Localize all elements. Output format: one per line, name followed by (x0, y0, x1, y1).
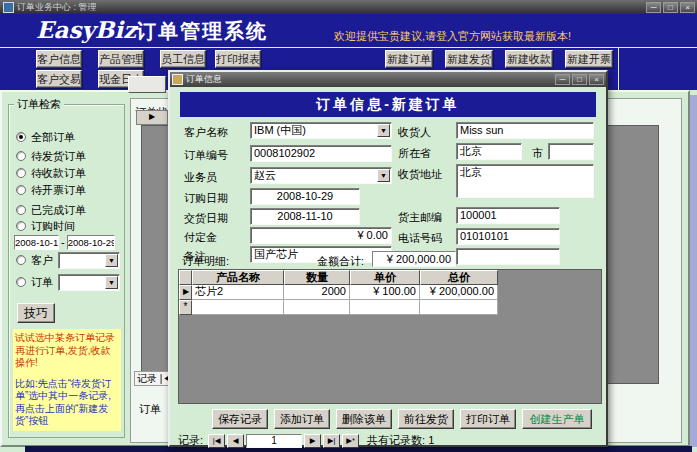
fax-input[interactable] (456, 248, 560, 265)
address-input[interactable]: 北京 (456, 164, 594, 198)
tip-text-red-line2: 再进行订单,发货,收款操作! (15, 345, 119, 370)
add-order-button[interactable]: 添加订单 (274, 409, 330, 429)
order-date-label: 订购日期 (184, 191, 228, 206)
radio-icon[interactable] (16, 221, 26, 231)
new-ship-button[interactable]: 新建发货 (445, 50, 493, 68)
header-divider (0, 47, 697, 48)
deposit-label: 付定金 (184, 230, 217, 245)
chevron-down-icon[interactable]: ▼ (377, 124, 390, 137)
cell-price[interactable]: ¥ 100.00 (350, 285, 420, 300)
cell-product[interactable]: 芯片2 (192, 285, 284, 300)
logo-text-cn: 订单管理系统 (136, 20, 268, 42)
phone-input[interactable]: 01010101 (456, 228, 560, 245)
cell-qty[interactable]: 2000 (284, 285, 350, 300)
new-row-icon[interactable]: * (179, 300, 192, 315)
salesman-combo[interactable]: 赵云 ▼ (250, 167, 392, 184)
radio-label: 订购时间 (31, 219, 75, 234)
prev-record-button[interactable]: ◀ (227, 434, 244, 448)
total-amount-value: ¥ 200,000.00 (372, 251, 456, 267)
customer-trade-button[interactable]: 客户交易 (36, 70, 82, 88)
address-label: 收货地址 (398, 167, 442, 182)
delete-order-button[interactable]: 删除该单 (336, 409, 392, 429)
cell-empty[interactable] (350, 300, 420, 315)
date-to-input[interactable]: 2008-10-29 (67, 235, 115, 250)
cell-empty[interactable] (192, 300, 284, 315)
grid-corner (179, 270, 192, 285)
radio-order[interactable]: 订单 ▼ (16, 275, 120, 289)
chevron-down-icon[interactable]: ▼ (377, 169, 390, 182)
logo-text-en: EasyBiz (36, 16, 136, 43)
go-ship-button[interactable]: 前往发货 (398, 409, 454, 429)
customer-name-combo[interactable]: IBM (中国) ▼ (250, 122, 392, 139)
radio-icon[interactable] (16, 277, 26, 287)
radio-label: 待发货订单 (31, 149, 86, 164)
radio-finished-orders[interactable]: 已完成订单 (16, 203, 86, 217)
col-quantity[interactable]: 数量 (284, 270, 350, 285)
first-record-button[interactable]: |◀ (208, 434, 225, 448)
dialog-maximize-button[interactable]: □ (572, 74, 587, 85)
chevron-down-icon[interactable]: ▼ (105, 276, 118, 289)
minimize-button[interactable]: ─ (646, 2, 661, 13)
consignee-input[interactable]: Miss sun (456, 122, 594, 139)
radio-to-ship-orders[interactable]: 待发货订单 (16, 149, 86, 163)
new-invoice-button[interactable]: 新建开票 (565, 50, 613, 68)
dialog-minimize-button[interactable]: ─ (555, 74, 570, 85)
radio-icon[interactable] (16, 151, 26, 161)
radio-label: 已完成订单 (31, 203, 86, 218)
radio-icon[interactable] (16, 185, 26, 195)
customer-combo[interactable]: ▼ (58, 252, 120, 269)
radio-order-time[interactable]: 订购时间 (16, 219, 75, 233)
province-input[interactable]: 北京 (456, 143, 522, 160)
customer-name-label: 客户名称 (184, 125, 228, 140)
product-manage-button[interactable]: 产品管理 (98, 50, 144, 68)
radio-icon[interactable] (16, 255, 26, 265)
grid-new-row[interactable]: * (179, 300, 601, 315)
col-total-price[interactable]: 总价 (420, 270, 498, 285)
col-product-name[interactable]: 产品名称 (192, 270, 284, 285)
order-combo[interactable]: ▼ (58, 274, 120, 291)
radio-to-invoice-orders[interactable]: 待开票订单 (16, 183, 86, 197)
print-order-button[interactable]: 打印订单 (460, 409, 516, 429)
new-record-button[interactable]: ▶* (342, 434, 359, 448)
radio-icon[interactable] (16, 132, 26, 142)
cell-empty[interactable] (420, 300, 498, 315)
zipcode-input[interactable]: 100001 (456, 207, 560, 224)
background-button[interactable] (128, 76, 166, 93)
maximize-button[interactable]: □ (663, 2, 678, 13)
last-record-button[interactable]: ▶| (323, 434, 340, 448)
dialog-actions: 保存记录 添加订单 删除该单 前往发货 打印订单 创建生产单 (212, 409, 592, 429)
close-button[interactable]: × (680, 2, 695, 13)
order-no-input[interactable]: 0008102902 (250, 145, 392, 162)
order-detail-grid[interactable]: 产品名称 数量 单价 总价 ▶ 芯片2 2000 ¥ 100.00 ¥ 200,… (178, 269, 602, 404)
order-date-input[interactable]: 2008-10-29 (250, 188, 360, 205)
deposit-input[interactable]: ¥ 0.00 (250, 227, 392, 244)
create-production-button[interactable]: 创建生产单 (522, 409, 592, 429)
chevron-down-icon[interactable]: ▼ (105, 254, 118, 267)
tip-text-red-line1: 试试选中某条订单记录 (15, 332, 119, 345)
print-report-button[interactable]: 打印报表 (215, 50, 261, 68)
next-record-button[interactable]: ▶ (304, 434, 321, 448)
radio-all-orders[interactable]: 全部订单 (16, 130, 75, 144)
radio-icon[interactable] (16, 205, 26, 215)
new-receipt-button[interactable]: 新建收款 (505, 50, 553, 68)
radio-customer[interactable]: 客户 ▼ (16, 253, 120, 267)
city-input[interactable] (548, 143, 594, 160)
row-selector-icon[interactable]: ▶ (179, 285, 192, 300)
radio-icon[interactable] (16, 168, 26, 178)
date-from-input[interactable]: 2008-10-1 (14, 235, 59, 250)
delivery-date-input[interactable]: 2008-11-10 (250, 208, 360, 225)
tips-button[interactable]: 技巧 (17, 303, 55, 323)
app-window: 订单业务中心 : 管理 ─ □ × EasyBiz订单管理系统 欢迎提供宝贵建议… (0, 0, 697, 452)
new-order-button[interactable]: 新建订单 (385, 50, 433, 68)
cell-empty[interactable] (284, 300, 350, 315)
cell-total[interactable]: ¥ 200,000.00 (420, 285, 498, 300)
customer-info-button[interactable]: 客户信息 (36, 50, 82, 68)
col-unit-price[interactable]: 单价 (350, 270, 420, 285)
save-record-button[interactable]: 保存记录 (212, 409, 268, 429)
grid-data-row[interactable]: ▶ 芯片2 2000 ¥ 100.00 ¥ 200,000.00 (179, 285, 601, 300)
dialog-titlebar[interactable]: 订单信息 ─ □ × (170, 72, 606, 87)
employee-info-button[interactable]: 员工信息 (160, 50, 206, 68)
dialog-close-button[interactable]: × (589, 74, 604, 85)
radio-to-collect-orders[interactable]: 待收款订单 (16, 166, 86, 180)
current-record-input[interactable]: 1 (246, 434, 302, 448)
